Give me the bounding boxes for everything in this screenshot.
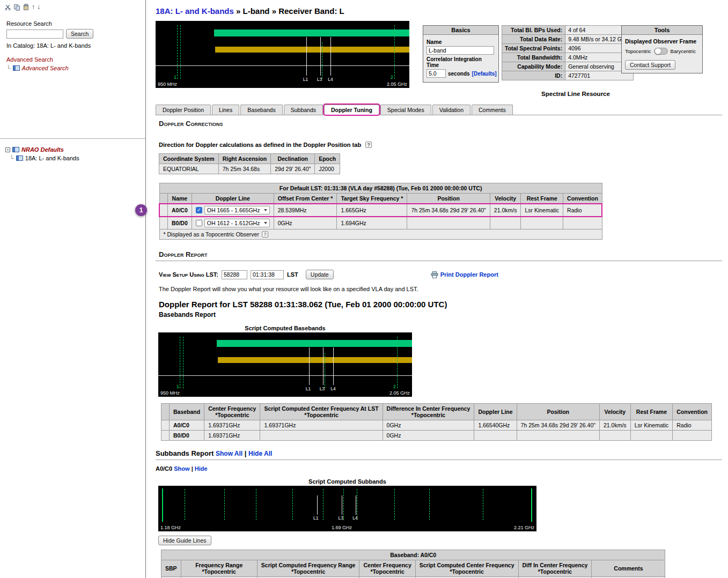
cut-icon[interactable] (4, 4, 11, 11)
column-header: Target Sky Frequency * (337, 194, 407, 204)
stat-label: ID: (502, 71, 565, 80)
declination-cell: 29d 29' 26.40" (271, 164, 315, 174)
guide-line (483, 489, 483, 520)
doppler-report-description: The Doppler Report will show you what yo… (159, 286, 728, 292)
lst-day-field[interactable] (222, 270, 247, 279)
catalog-icon (16, 155, 23, 161)
stat-label: Capability Mode: (502, 62, 565, 71)
table-footnote: * Displayed as a Topocentric Observer? (159, 229, 602, 240)
rest-frame-cell (630, 431, 673, 441)
expand-icon[interactable]: + (5, 147, 10, 152)
integration-time-field[interactable] (426, 69, 446, 78)
script-computed-basebands-plot: 1 2 L1 L3 L4 950 MHz 2.05 GHz (158, 332, 412, 397)
receiver-band-plot: 1 2 L1 L3 L4 950 MHz 2.05 GHz (156, 21, 409, 88)
search-button[interactable]: Search (66, 29, 93, 39)
doppler-line-checkbox[interactable] (196, 207, 202, 213)
baseband-name-cell: A0/C0 (170, 420, 204, 431)
tab-bar: Doppler Position Lines Basebands Subband… (156, 105, 722, 115)
right-ascension-cell: 7h 25m 34.68s (218, 164, 270, 174)
move-down-icon[interactable]: ↓ (37, 4, 40, 11)
printer-icon (431, 271, 438, 278)
column-header: Velocity (490, 194, 521, 204)
line-label-l1: L1 (313, 515, 318, 521)
column-header: Velocity (600, 404, 631, 420)
hide-guide-lines-button[interactable]: Hide Guide Lines (158, 536, 211, 545)
column-header: Position (407, 194, 490, 204)
doppler-line-select[interactable]: OH 1612 - 1.612GHz (204, 219, 270, 227)
move-up-icon[interactable]: ↑ (32, 4, 35, 11)
tab-doppler-tuning[interactable]: Doppler Tuning (324, 105, 379, 115)
resource-search-input[interactable] (6, 29, 63, 39)
baseband-label: A0/C0 (156, 465, 172, 472)
tab-basebands[interactable]: Basebands (240, 105, 283, 115)
observer-frame-toggle[interactable] (654, 48, 668, 55)
tree-item-nrao-defaults[interactable]: + NRAO Defaults (5, 146, 140, 153)
table-title: Baseband: A0/C0 (161, 550, 665, 560)
guide-line (256, 489, 256, 520)
copy-icon[interactable] (13, 4, 20, 11)
resource-search-label: Resource Search (6, 20, 139, 27)
column-header: Epoch (315, 154, 340, 164)
column-header: Diff In Center Frequency *Topocentric (518, 560, 592, 577)
subbands-report-label: Subbands Report (156, 449, 214, 457)
script-center-frequency-cell (260, 431, 383, 441)
advanced-search-item[interactable]: Advanced Search (22, 65, 69, 71)
position-cell (517, 431, 599, 441)
script-center-frequency-cell: 1.69371GHz (260, 420, 383, 431)
update-button[interactable]: Update (306, 270, 334, 279)
advanced-search-link[interactable]: Advanced Search (6, 56, 53, 63)
velocity-cell: 21.0km/s (600, 420, 631, 431)
guide-line (325, 353, 325, 388)
basics-title: Basics (423, 26, 498, 35)
name-field[interactable] (426, 46, 494, 55)
doppler-line-checkbox[interactable] (196, 220, 202, 226)
tab-doppler-position[interactable]: Doppler Position (156, 105, 211, 115)
print-doppler-report-link[interactable]: Print Doppler Report (440, 271, 498, 278)
tab-special-modes[interactable]: Special Modes (380, 105, 431, 115)
selected-doppler-line: OH 1665 - 1.665GHz (207, 207, 260, 213)
breadcrumb-catalog-link[interactable]: 18A: L- and K-bands (156, 6, 234, 16)
tab-comments[interactable]: Comments (472, 105, 513, 115)
help-icon[interactable]: ? (262, 231, 268, 238)
line-marker (330, 37, 331, 76)
position-cell: 7h 25m 34.68s 29d 29' 26.40" (407, 204, 490, 217)
convention-cell: Radio (563, 204, 602, 217)
lst-time-field[interactable] (251, 270, 284, 279)
table-row: EQUATORIAL 7h 25m 34.68s 29d 29' 26.40" … (159, 164, 340, 174)
hide-link[interactable]: Hide (195, 465, 208, 472)
column-header: Convention (563, 194, 602, 204)
color-column-header (159, 194, 168, 204)
convention-cell: Radio (673, 420, 712, 431)
subband-edge-marker (531, 488, 532, 522)
line-marker (333, 347, 334, 385)
guide-line (224, 489, 225, 520)
show-all-link[interactable]: Show All (216, 450, 242, 457)
tab-validation[interactable]: Validation (432, 105, 470, 115)
hide-all-link[interactable]: Hide All (248, 450, 272, 457)
tree-item-label: NRAO Defaults (21, 146, 64, 153)
coordinate-system-cell: EQUATORIAL (159, 164, 219, 174)
tab-subbands[interactable]: Subbands (284, 105, 323, 115)
paste-icon[interactable] (23, 4, 30, 11)
line-label-l3: L3 (317, 77, 322, 82)
target-sky-frequency-cell: 1.665GHz (337, 204, 407, 217)
column-header: SBP (161, 560, 181, 577)
column-header: Position (517, 404, 599, 420)
rest-frame-cell: Lsr Kinematic (630, 420, 673, 431)
help-icon[interactable]: ? (365, 142, 372, 148)
defaults-link[interactable]: [Defaults] (472, 71, 497, 77)
contact-support-button[interactable]: Contact Support (625, 60, 675, 70)
doppler-line-select[interactable]: OH 1665 - 1.665GHz (204, 206, 270, 214)
velocity-cell: 21.0km/s (490, 204, 521, 217)
tab-lines[interactable]: Lines (212, 105, 239, 115)
guide-label: 2 (391, 75, 393, 80)
guide-line (180, 337, 180, 388)
show-link[interactable]: Show (174, 465, 189, 472)
baseband-name-cell: A0/C0 (168, 204, 192, 217)
displayed-observer-frame-label: Displayed Observer Frame (625, 38, 699, 45)
table-row-a0c0: A0/C0 1.69371GHz 1.69371GHz 0GHz 1.66540… (161, 420, 712, 431)
baseband-color-swatch (161, 431, 170, 441)
divider (156, 460, 722, 460)
tree-item-18a-catalog[interactable]: └ 18A: L- and K-bands (10, 155, 140, 161)
baseband-name-cell: B0/D0 (168, 217, 192, 229)
